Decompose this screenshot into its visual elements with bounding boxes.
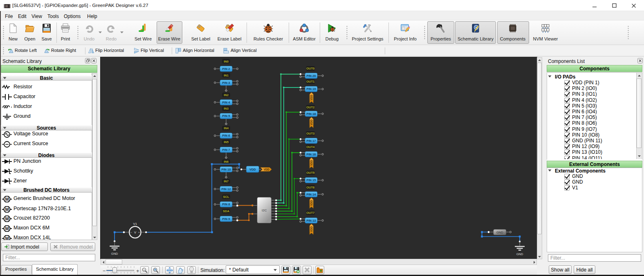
svg-text:VDD: VDD (310, 95, 313, 101)
svg-text:VDD: VDD (310, 200, 313, 206)
svg-text:I2C: I2C (262, 209, 267, 212)
svg-text:VDD: VDD (310, 160, 313, 166)
svg-text:IN4: IN4 (224, 126, 229, 130)
svg-text:M: M (5, 197, 9, 202)
svg-text:PIN 4: PIN 4 (222, 101, 231, 104)
svg-text:GND: GND (496, 231, 503, 234)
svg-text:OUT7: OUT7 (306, 211, 314, 215)
svg-text:IN7: IN7 (224, 180, 229, 183)
svg-text:PIN 2: PIN 2 (222, 67, 230, 71)
svg-text:IN3: IN3 (224, 107, 229, 110)
svg-text:GND: GND (111, 252, 118, 256)
svg-text:VDD: VDD (310, 119, 313, 125)
svg-text:PIN 6: PIN 6 (222, 134, 230, 137)
svg-text:PIN 13: PIN 13 (307, 219, 316, 222)
svg-text:PIN 17: PIN 17 (307, 139, 316, 143)
svg-text:IN0: IN0 (224, 60, 229, 63)
svg-text:OUT1: OUT1 (306, 80, 314, 83)
svg-text:VDD: VDD (249, 168, 256, 171)
svg-text:OUT5: OUT5 (306, 171, 314, 175)
svg-text:PIN 5: PIN 5 (222, 114, 230, 118)
svg-text:+: + (138, 231, 140, 234)
svg-text:PIN 12: PIN 12 (222, 187, 231, 191)
svg-text:PIN 3: PIN 3 (222, 81, 230, 85)
svg-text:OUT0: OUT0 (306, 67, 314, 70)
svg-text:PIN 20: PIN 20 (307, 74, 316, 78)
svg-text:V: V (134, 231, 136, 234)
svg-text:GND: GND (516, 252, 523, 256)
svg-text:IN6: IN6 (224, 160, 229, 164)
svg-text:IN5: IN5 (224, 140, 229, 144)
svg-text:M: M (5, 207, 9, 212)
svg-text:V1: V1 (133, 222, 137, 226)
svg-text:PIN 19: PIN 19 (307, 87, 316, 91)
svg-text:OUT4: OUT4 (306, 145, 315, 149)
svg-text:PIN 7: PIN 7 (222, 148, 230, 152)
svg-text:OUT3: OUT3 (306, 132, 314, 135)
svg-text:VDD: VDD (264, 168, 269, 171)
svg-text:−: − (130, 231, 132, 234)
svg-text:OUT6: OUT6 (306, 186, 314, 189)
svg-text:SDA: SDA (223, 209, 229, 213)
svg-text:PIN 9: PIN 9 (222, 217, 230, 221)
svg-text:PIN 16: PIN 16 (307, 153, 316, 156)
svg-text:PIN 8: PIN 8 (222, 202, 230, 206)
svg-text:PIN 18: PIN 18 (307, 112, 316, 116)
svg-text:SCL: SCL (223, 195, 229, 199)
svg-text:PIN 15: PIN 15 (307, 178, 316, 182)
svg-text:PIN 10: PIN 10 (222, 168, 231, 171)
svg-text:IN1: IN1 (224, 74, 229, 77)
svg-text:OUT2: OUT2 (306, 105, 314, 109)
svg-text:M: M (5, 216, 9, 221)
svg-text:M: M (5, 226, 9, 231)
svg-text:VDD: VDD (310, 226, 313, 232)
svg-text:IN2: IN2 (224, 93, 229, 97)
svg-text:PIN 14: PIN 14 (307, 193, 316, 196)
